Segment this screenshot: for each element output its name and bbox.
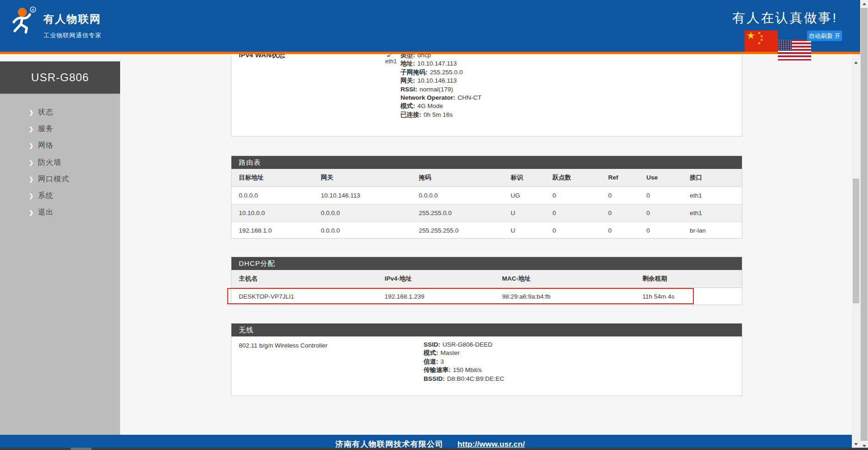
chevron-right-icon: ❯ bbox=[29, 159, 38, 166]
routing-row: 192.168.1.00.0.0.0 255.255.255.0U 00 0br… bbox=[231, 222, 742, 239]
wan-status-fields: 类型dhcp 地址10.10.147.113 子网掩码255.255.0.0 网… bbox=[401, 54, 481, 119]
routing-row: 10.10.0.00.0.0.0 255.255.0.0U 00 0eth1 bbox=[231, 204, 742, 222]
chevron-right-icon: ❯ bbox=[29, 192, 38, 199]
scroll-up-arrow[interactable] bbox=[854, 61, 858, 64]
chevron-right-icon: ❯ bbox=[29, 109, 38, 116]
content-scrollbar[interactable] bbox=[852, 54, 860, 450]
svg-text:R: R bbox=[32, 8, 35, 12]
wan-status-panel: IPv4 WAN状态 eth1 类型dhcp 地址10.10.147.113 子… bbox=[231, 54, 742, 137]
bottom-strip-segment bbox=[71, 448, 91, 450]
routing-header-row: 目标地址网关 掩码标识 跃点数Ref Use接口 bbox=[231, 169, 742, 186]
wan-interface-icon bbox=[379, 54, 397, 57]
main-content: IPv4 WAN状态 eth1 类型dhcp 地址10.10.147.113 子… bbox=[120, 54, 852, 435]
sidebar: USR-G806 ❯ 状态 ❯ 服务 ❯ 网络 ❯ 防火墙 ❯ 网口模式 ❯ 系… bbox=[0, 54, 120, 435]
header-slogan: 有人在认真做事! bbox=[732, 9, 838, 27]
sidebar-item-network[interactable]: ❯ 网络 bbox=[0, 138, 120, 154]
chevron-right-icon: ❯ bbox=[29, 142, 38, 149]
header-accent-line bbox=[0, 52, 860, 54]
sidebar-item-logout[interactable]: ❯ 退出 bbox=[0, 204, 120, 221]
wan-status-title: IPv4 WAN状态 bbox=[239, 54, 285, 60]
sidebar-item-port-mode[interactable]: ❯ 网口模式 bbox=[0, 171, 120, 187]
dhcp-header-row: 主机名IPv4-地址 MAC-地址剩余租期 bbox=[231, 270, 742, 288]
sidebar-item-status[interactable]: ❯ 状态 bbox=[0, 104, 120, 120]
browser-scrollbar-thumb[interactable] bbox=[861, 8, 868, 441]
chevron-right-icon: ❯ bbox=[29, 176, 38, 183]
chevron-right-icon: ❯ bbox=[29, 126, 38, 132]
usa-flag-icon bbox=[778, 39, 811, 60]
sidebar-item-services[interactable]: ❯ 服务 bbox=[0, 120, 120, 137]
routing-table-panel: 路由表 目标地址网关 掩码标识 跃点数Ref Use接口 0.0.0.010.1… bbox=[231, 156, 742, 239]
sidebar-item-system[interactable]: ❯ 系统 bbox=[0, 187, 120, 204]
browser-scrollbar[interactable] bbox=[860, 0, 868, 450]
auto-refresh-button[interactable]: 自动刷新 开 bbox=[807, 30, 842, 41]
wireless-panel: 无线 802.11 b/g/n Wireless Controller SSID… bbox=[231, 323, 742, 396]
chevron-right-icon: ❯ bbox=[29, 209, 38, 216]
brand-title: 有人物联网 bbox=[43, 12, 102, 26]
wireless-title: 无线 bbox=[231, 324, 742, 336]
wireless-controller-label: 802.11 b/g/n Wireless Controller bbox=[239, 342, 328, 349]
scroll-down-arrow[interactable] bbox=[854, 443, 858, 445]
scroll-down-arrow[interactable] bbox=[862, 445, 866, 447]
top-header: R 有人物联网 工业物联网通信专家 有人在认真做事! bbox=[0, 0, 860, 52]
dhcp-title: DHCP分配 bbox=[231, 257, 742, 270]
device-name: USR-G806 bbox=[0, 61, 120, 94]
scroll-up-arrow[interactable] bbox=[862, 3, 866, 5]
dhcp-table: 主机名IPv4-地址 MAC-地址剩余租期 DESKTOP-VP7JLI1192… bbox=[231, 270, 742, 305]
usr-logo-icon: R bbox=[10, 6, 39, 36]
dhcp-panel: DHCP分配 主机名IPv4-地址 MAC-地址剩余租期 DESKTOP-VP7… bbox=[231, 257, 742, 305]
bottom-edge-strip bbox=[0, 448, 868, 450]
brand-subtitle: 工业物联网通信专家 bbox=[43, 31, 102, 40]
china-flag-icon: ★ ★★★★ bbox=[745, 30, 778, 52]
wireless-fields: SSIDUSR-G806-DEED 模式Master 信道3 传输速率150 M… bbox=[424, 341, 504, 383]
sidebar-item-firewall[interactable]: ❯ 防火墙 bbox=[0, 154, 120, 171]
content-scrollbar-thumb[interactable] bbox=[853, 179, 859, 303]
sidebar-menu: ❯ 状态 ❯ 服务 ❯ 网络 ❯ 防火墙 ❯ 网口模式 ❯ 系统 ❯ 退出 bbox=[0, 104, 120, 221]
brand: R 有人物联网 工业物联网通信专家 bbox=[10, 6, 102, 40]
routing-table: 目标地址网关 掩码标识 跃点数Ref Use接口 0.0.0.010.10.14… bbox=[231, 169, 742, 239]
dhcp-lease-row: DESKTOP-VP7JLI1192.168.1.239 98:29:a6:9a… bbox=[231, 288, 742, 305]
wan-interface-name: eth1 bbox=[379, 58, 397, 65]
routing-row: 0.0.0.010.10.146.113 0.0.0.0UG 00 0eth1 bbox=[231, 186, 742, 204]
routing-table-title: 路由表 bbox=[231, 156, 742, 169]
